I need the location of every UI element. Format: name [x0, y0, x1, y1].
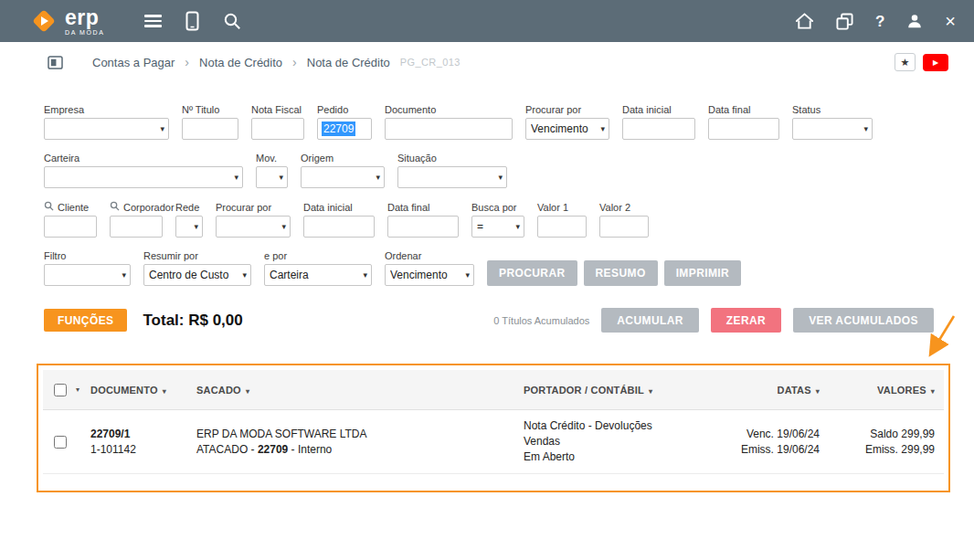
ordenar-select[interactable]: Vencimento	[385, 264, 474, 286]
nota-fiscal-label: Nota Fiscal	[251, 104, 304, 115]
valor-1-input[interactable]	[537, 216, 587, 238]
filter-row-4: Filtro Resumir por Centro de Custo e por…	[44, 250, 974, 286]
column-header-portador[interactable]: PORTADOR / CONTÁBIL▾	[524, 385, 715, 396]
field-ordenar: Ordenar Vencimento	[385, 250, 474, 286]
table-row[interactable]: 22709/1 1-101142 ERP DA MODA SOFTWARE LT…	[43, 410, 944, 474]
nota-fiscal-input[interactable]	[251, 118, 304, 140]
field-pedido: Pedido 22709	[317, 104, 372, 140]
data-inicial-2-input[interactable]	[303, 216, 375, 238]
field-valor-2: Valor 2	[599, 202, 649, 238]
cell-datas: Venc. 19/06/24 Emiss. 19/06/24	[715, 427, 820, 458]
valor-saldo: Saldo 299,99	[820, 427, 935, 442]
zerar-button[interactable]: ZERAR	[711, 308, 781, 333]
portador-line-1: Nota Crédito - Devoluções	[524, 418, 715, 434]
topbar: erp DA MODA ? ×	[0, 0, 974, 42]
portador-line-3: Em Aberto	[524, 449, 715, 465]
field-status: Status	[792, 104, 873, 140]
filter-row-1: Empresa Nº Titulo Nota Fiscal Pedido 227…	[44, 104, 974, 140]
rede-select[interactable]	[175, 216, 203, 238]
procurar-por-label: Procurar por	[525, 104, 609, 115]
column-header-valores[interactable]: VALORES▾	[820, 385, 940, 396]
data-inicial-2-label: Data inicial	[303, 202, 375, 213]
windows-icon[interactable]	[836, 13, 853, 30]
resumir-por-select[interactable]: Centro de Custo	[143, 264, 251, 286]
user-icon[interactable]	[906, 13, 923, 29]
column-header-documento[interactable]: DOCUMENTO▾	[90, 385, 196, 396]
breadcrumb-separator-icon: ›	[292, 55, 297, 69]
busca-por-select[interactable]: =	[471, 216, 524, 238]
data-final-2-input[interactable]	[387, 216, 459, 238]
procurar-button[interactable]: PROCURAR	[487, 260, 577, 286]
portador-line-2: Vendas	[524, 434, 715, 449]
field-e-por: e por Carteira	[264, 250, 372, 286]
carteira-label: Carteira	[44, 153, 243, 164]
pedido-input[interactable]: 22709	[317, 118, 372, 140]
youtube-icon[interactable]: ▶	[923, 54, 948, 71]
select-all-checkbox[interactable]	[54, 384, 67, 396]
field-data-inicial-2: Data inicial	[303, 202, 375, 238]
data-inicial-input[interactable]	[622, 118, 695, 140]
imprimir-button[interactable]: IMPRIMIR	[664, 260, 742, 286]
e-por-select[interactable]: Carteira	[264, 264, 372, 286]
resumo-button[interactable]: RESUMO	[584, 260, 658, 286]
procurar-por-2-select[interactable]	[216, 216, 291, 238]
data-vencimento: Venc. 19/06/24	[715, 427, 820, 442]
documento-input[interactable]	[385, 118, 513, 140]
app-logo[interactable]: erp DA MODA	[31, 7, 104, 36]
favorite-star-icon[interactable]: ★	[895, 53, 916, 71]
mov-select[interactable]	[256, 166, 288, 188]
close-icon[interactable]: ×	[945, 12, 956, 30]
cliente-input[interactable]	[44, 216, 97, 238]
mobile-icon[interactable]	[185, 11, 199, 31]
origem-select[interactable]	[301, 166, 385, 188]
page: erp DA MODA ? ×	[0, 0, 974, 560]
funcoes-button[interactable]: FUNÇÕES	[44, 309, 127, 332]
sacado-detail: ATACADO - 22709 - Interno	[196, 442, 524, 458]
panel-toggle-icon[interactable]	[48, 56, 63, 69]
empresa-select[interactable]	[44, 118, 169, 140]
logo-sub-text: DA MODA	[65, 29, 104, 36]
breadcrumb-item-contas-a-pagar[interactable]: Contas a Pagar	[92, 56, 175, 69]
ordenar-label: Ordenar	[385, 250, 474, 261]
situacao-select[interactable]	[397, 166, 507, 188]
field-situacao: Situação	[397, 153, 507, 188]
accumulated-count-text: 0 Títulos Acumulados	[493, 315, 589, 326]
menu-icon[interactable]	[144, 12, 162, 31]
breadcrumb-item-current[interactable]: Nota de Crédito	[307, 56, 390, 69]
field-data-inicial: Data inicial	[622, 104, 695, 140]
status-label: Status	[792, 104, 873, 115]
row-checkbox[interactable]	[54, 436, 67, 449]
data-inicial-label: Data inicial	[622, 104, 695, 115]
column-header-valores-label: VALORES	[877, 385, 926, 396]
home-icon[interactable]	[795, 12, 814, 30]
resumir-por-label: Resumir por	[143, 250, 251, 261]
procurar-por-select[interactable]: Vencimento	[525, 118, 609, 140]
ver-acumulados-button[interactable]: VER ACUMULADOS	[793, 308, 934, 333]
column-header-datas[interactable]: DATAS▾	[715, 385, 820, 396]
filtro-select[interactable]	[44, 264, 131, 286]
topbar-right-icons: ? ×	[795, 12, 956, 30]
corporador-label: Corporador	[110, 201, 163, 213]
acumular-button[interactable]: ACUMULAR	[601, 308, 699, 333]
titulo-input[interactable]	[182, 118, 238, 140]
column-header-sacado[interactable]: SACADO▾	[196, 385, 524, 396]
field-cliente: Cliente	[44, 201, 97, 238]
corporador-search-icon[interactable]	[110, 201, 120, 213]
breadcrumb-actions: ★ ▶	[895, 53, 948, 71]
select-all-caret-icon[interactable]: ▾	[76, 386, 79, 394]
breadcrumb-item-nota-de-credito[interactable]: Nota de Crédito	[199, 56, 282, 69]
help-icon[interactable]: ?	[875, 14, 884, 29]
corporador-input[interactable]	[110, 216, 163, 238]
results-table-container: ▾ DOCUMENTO▾ SACADO▾ PORTADOR / CONTÁBIL…	[37, 364, 950, 492]
carteira-select[interactable]	[44, 166, 243, 188]
action-row: FUNÇÕES Total: R$ 0,00 0 Títulos Acumula…	[44, 308, 934, 333]
search-icon[interactable]	[223, 12, 241, 30]
data-final-input[interactable]	[708, 118, 779, 140]
filter-form: Empresa Nº Titulo Nota Fiscal Pedido 227…	[0, 82, 974, 286]
valor-2-input[interactable]	[599, 216, 649, 238]
cell-portador: Nota Crédito - Devoluções Vendas Em Aber…	[524, 418, 715, 464]
data-emissao: Emiss. 19/06/24	[715, 442, 820, 458]
status-select[interactable]	[792, 118, 873, 140]
field-documento: Documento	[385, 104, 513, 140]
cliente-search-icon[interactable]	[44, 201, 54, 213]
